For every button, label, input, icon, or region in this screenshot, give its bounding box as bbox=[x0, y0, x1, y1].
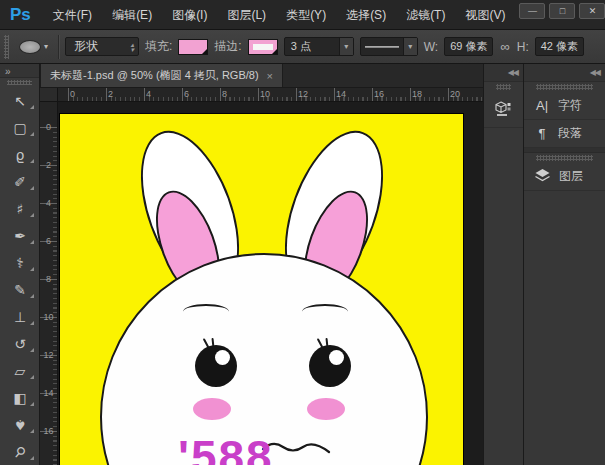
close-tab-icon[interactable]: × bbox=[267, 70, 273, 82]
menu-items: 文件(F)编辑(E)图像(I)图层(L)类型(Y)选择(S)滤镜(T)视图(V) bbox=[43, 0, 516, 30]
tool-preset-picker[interactable]: ▾ bbox=[15, 38, 52, 56]
panel-column-icons: ◀◀ bbox=[483, 64, 523, 465]
ruler-number: 16 bbox=[374, 89, 412, 99]
ps-logo: Ps bbox=[10, 5, 31, 25]
healing-brush-tool[interactable]: ⚕ bbox=[0, 249, 40, 276]
tool-icon: ⚲ bbox=[11, 442, 29, 461]
tool-icon: ↖ bbox=[14, 93, 26, 109]
tool-icon: ⊥ bbox=[14, 309, 26, 325]
panel-grip-icon[interactable] bbox=[496, 84, 511, 90]
character-panel-button[interactable]: A| 字符 bbox=[524, 92, 605, 120]
文件(F)[interactable]: 文件(F) bbox=[43, 0, 102, 30]
shape-height-input[interactable]: 42 像素 bbox=[535, 37, 584, 56]
crop-tool[interactable]: ♯ bbox=[0, 195, 40, 222]
tool-icon: ▱ bbox=[15, 363, 26, 379]
ruler-number: 18 bbox=[412, 89, 450, 99]
brush-tool[interactable]: ✎ bbox=[0, 276, 40, 303]
height-label: H: bbox=[517, 40, 529, 54]
ruler-number: 10 bbox=[44, 313, 54, 351]
chevron-down-icon: ▾ bbox=[44, 42, 48, 51]
ruler-number: 16 bbox=[44, 427, 54, 465]
图像(I)[interactable]: 图像(I) bbox=[162, 0, 217, 30]
document-area: 未标题-1.psd @ 50% (椭圆 4 拷贝, RGB/8) × 02468… bbox=[40, 64, 483, 465]
width-label: W: bbox=[424, 40, 438, 54]
maximize-button[interactable]: □ bbox=[549, 3, 575, 19]
ruler-number: 6 bbox=[44, 237, 54, 275]
window-controls: — □ ✕ bbox=[515, 3, 605, 19]
options-bar-grip-icon[interactable] bbox=[4, 35, 9, 59]
图层(L)[interactable]: 图层(L) bbox=[217, 0, 276, 30]
stroke-width-value: 3 点 bbox=[285, 39, 339, 54]
ellipse-tool-icon bbox=[19, 40, 41, 54]
lasso-tool[interactable]: ϱ bbox=[0, 141, 40, 168]
eraser-tool[interactable]: ▱ bbox=[0, 357, 40, 384]
选择(S)[interactable]: 选择(S) bbox=[336, 0, 396, 30]
canvas-viewport[interactable]: '588 bbox=[58, 102, 483, 465]
tool-icon: ⚕ bbox=[16, 255, 24, 271]
stroke-color-swatch[interactable] bbox=[248, 39, 278, 55]
photoshop-window: Ps 文件(F)编辑(E)图像(I)图层(L)类型(Y)选择(S)滤镜(T)视图… bbox=[0, 0, 605, 465]
move-tool[interactable]: ↖ bbox=[0, 87, 40, 114]
tool-icon: ✐ bbox=[14, 174, 26, 190]
ruler-number: 12 bbox=[44, 351, 54, 389]
quick-selection-tool[interactable]: ✐ bbox=[0, 168, 40, 195]
layers-panel-button[interactable]: 图层 bbox=[524, 163, 605, 191]
dodge-tool[interactable]: ⚲ bbox=[0, 438, 40, 465]
视图(V)[interactable]: 视图(V) bbox=[455, 0, 515, 30]
canvas[interactable]: '588 bbox=[60, 114, 463, 465]
tool-icon: ♯ bbox=[17, 201, 24, 217]
paragraph-panel-button[interactable]: ¶ 段落 bbox=[524, 120, 605, 148]
stroke-width-select[interactable]: 3 点 ▾ bbox=[284, 37, 354, 56]
滤镜(T)[interactable]: 滤镜(T) bbox=[396, 0, 455, 30]
rabbit-left-eyebrow bbox=[183, 304, 229, 319]
marquee-tool[interactable]: ▢ bbox=[0, 114, 40, 141]
minimize-button[interactable]: — bbox=[519, 3, 545, 19]
character-icon: A| bbox=[534, 98, 550, 113]
chevron-down-icon[interactable]: ▾ bbox=[339, 38, 353, 55]
document-title: 未标题-1.psd @ 50% (椭圆 4 拷贝, RGB/8) bbox=[50, 68, 259, 83]
类型(Y)[interactable]: 类型(Y) bbox=[276, 0, 336, 30]
tools-panel: » ↖ ▢ ϱ ✐ bbox=[0, 64, 40, 465]
menu-bar: Ps 文件(F)编辑(E)图像(I)图层(L)类型(Y)选择(S)滤镜(T)视图… bbox=[0, 0, 605, 30]
tool-mode-value: 形状 bbox=[74, 38, 98, 55]
horizontal-ruler: 02468101214161820 bbox=[58, 88, 483, 102]
paragraph-panel-label: 段落 bbox=[558, 125, 582, 142]
rabbit-right-eye bbox=[309, 345, 351, 387]
tool-icon: ▢ bbox=[13, 120, 26, 136]
collapse-panels-icon[interactable]: ◀◀ bbox=[484, 64, 523, 82]
tool-icon: ϱ bbox=[16, 147, 25, 163]
link-dimensions-icon[interactable]: ∞ bbox=[499, 39, 510, 54]
3d-panel-button[interactable] bbox=[484, 92, 523, 128]
collapse-panels-icon[interactable]: ◀◀ bbox=[524, 64, 605, 82]
toolbar-grip-icon[interactable] bbox=[7, 80, 32, 85]
eyedropper-tool[interactable]: ✒ bbox=[0, 222, 40, 249]
document-content: 02468101214161820 0246810121416 bbox=[40, 88, 483, 465]
rabbit-left-eye bbox=[195, 345, 237, 387]
solid-line-icon bbox=[365, 46, 399, 48]
history-brush-tool[interactable]: ↺ bbox=[0, 330, 40, 357]
chevron-down-icon[interactable]: ▾ bbox=[403, 38, 417, 55]
fill-color-swatch[interactable] bbox=[178, 39, 208, 55]
ruler-number: 8 bbox=[44, 275, 54, 313]
gradient-tool[interactable]: ◧ bbox=[0, 384, 40, 411]
ruler-number: 2 bbox=[44, 161, 54, 199]
stroke-type-select[interactable]: ▾ bbox=[360, 37, 418, 56]
ruler-number: 12 bbox=[298, 89, 336, 99]
tool-icon: ↺ bbox=[14, 336, 26, 352]
shape-width-input[interactable]: 69 像素 bbox=[444, 37, 493, 56]
clone-stamp-tool[interactable]: ⊥ bbox=[0, 303, 40, 330]
panel-grip-icon[interactable] bbox=[536, 155, 593, 161]
eye-highlight bbox=[215, 350, 230, 365]
toolbar-expand-icon[interactable]: » bbox=[0, 64, 39, 78]
updown-arrows-icon: ▴▾ bbox=[131, 42, 135, 52]
stroke-label: 描边: bbox=[214, 38, 241, 55]
blur-tool[interactable]: ♠ bbox=[0, 411, 40, 438]
ruler-number: 2 bbox=[108, 89, 146, 99]
ruler-number: 8 bbox=[222, 89, 260, 99]
编辑(E)[interactable]: 编辑(E) bbox=[102, 0, 162, 30]
document-tab[interactable]: 未标题-1.psd @ 50% (椭圆 4 拷贝, RGB/8) × bbox=[40, 64, 283, 87]
tool-mode-select[interactable]: 形状 ▴▾ bbox=[65, 37, 139, 56]
ruler-number: 10 bbox=[260, 89, 298, 99]
close-button[interactable]: ✕ bbox=[579, 3, 605, 19]
panel-grip-icon[interactable] bbox=[536, 84, 593, 90]
